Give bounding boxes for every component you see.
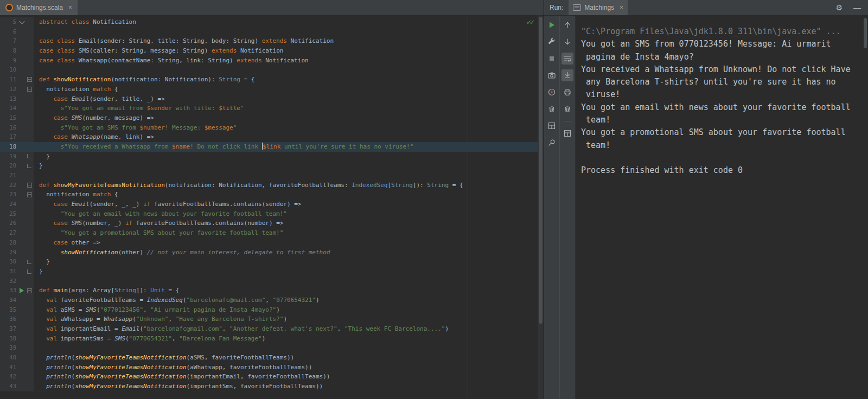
code-line-43[interactable]: 43 println(showMyFavoriteTeamsNotificati… — [0, 382, 544, 391]
restore-layout-button[interactable] — [546, 120, 558, 132]
close-icon[interactable]: × — [68, 4, 72, 11]
code-line-20[interactable]: 20} — [0, 161, 544, 171]
next-occurrence-button[interactable] — [561, 36, 573, 48]
implemented-gutter-icon[interactable] — [17, 21, 26, 23]
rerun-button[interactable] — [546, 19, 558, 31]
code-text: println(showMyFavoriteTeamsNotification(… — [34, 363, 312, 372]
stop-button[interactable] — [546, 53, 558, 65]
code-line-14[interactable]: 14 s"You got an email from $sender with … — [0, 104, 544, 113]
clear-all-button[interactable] — [561, 103, 573, 115]
gc-button[interactable] — [546, 103, 558, 115]
gear-icon[interactable]: ⚙ — [833, 3, 845, 12]
code-line-41[interactable]: 41 println(showMyFavoriteTeamsNotificati… — [0, 363, 544, 372]
fold-marker[interactable] — [27, 77, 32, 82]
scroll-to-end-button[interactable] — [561, 69, 573, 81]
run-gutter-icon[interactable] — [17, 288, 26, 293]
gutter: 20 — [0, 161, 34, 171]
inspections-status-icon[interactable]: ✓✓ — [526, 18, 533, 26]
code-line-27[interactable]: 27 "You got a promotional SMS about your… — [0, 228, 544, 238]
code-line-11[interactable]: 11def showNotification(notification: Not… — [0, 75, 544, 85]
toolbar-divider — [563, 121, 572, 121]
code-line-26[interactable]: 26 case SMS(number, _) if favoriteFootba… — [0, 218, 544, 228]
line-number: 7 — [0, 36, 17, 46]
code-line-17[interactable]: 17 case Whatsapp(name, link) => — [0, 132, 544, 142]
code-text: s"You got an SMS from $number! Message: … — [34, 123, 237, 133]
prev-occurrence-button[interactable] — [561, 19, 573, 31]
code-text: case other => — [34, 238, 100, 248]
code-line-23[interactable]: 23 notification match { — [0, 190, 544, 200]
gutter: 33 — [0, 286, 34, 295]
code-line-40[interactable]: 40 println(showMyFavoriteTeamsNotificati… — [0, 353, 544, 363]
code-line-13[interactable]: 13 case Email(sender, title, _) => — [0, 94, 544, 104]
editor-scrollbar-thumb[interactable] — [539, 17, 542, 324]
code-line-24[interactable]: 24 case Email(sender, _, _) if favoriteF… — [0, 200, 544, 209]
fold-marker[interactable] — [27, 260, 31, 264]
code-line-39[interactable]: 39 — [0, 343, 544, 353]
code-line-36[interactable]: 36 val aWhatsapp = Whatsapp("Unknown", "… — [0, 314, 544, 324]
modify-run-configuration-button[interactable] — [546, 36, 558, 48]
code-line-12[interactable]: 12 notification match { — [0, 85, 544, 94]
console-icon — [573, 4, 581, 11]
code-line-32[interactable]: 32 — [0, 276, 544, 286]
scala-file-icon — [5, 4, 13, 11]
run-tab-matchings[interactable]: Matchings × — [569, 0, 628, 15]
gutter: 26 — [0, 218, 34, 228]
code-text: } — [34, 257, 50, 267]
line-number: 19 — [0, 152, 17, 162]
run-tab-label: Matchings — [584, 4, 614, 11]
line-number: 18 — [0, 142, 17, 152]
code-line-42[interactable]: 42 println(showMyFavoriteTeamsNotificati… — [0, 372, 544, 382]
code-line-25[interactable]: 25 "You got an email with news about you… — [0, 209, 544, 219]
code-line-28[interactable]: 28 case other => — [0, 238, 544, 248]
fold-marker[interactable] — [27, 192, 32, 197]
close-icon[interactable]: × — [620, 4, 623, 11]
code-line-5[interactable]: 5abstract class Notification — [0, 17, 544, 27]
pin-tab-button[interactable] — [546, 137, 558, 149]
console-scrollbar-thumb[interactable] — [864, 18, 867, 48]
code-line-29[interactable]: 29 showNotification(other) // not your m… — [0, 248, 544, 258]
code-line-18[interactable]: 18 s"You received a Whatsapp from $name!… — [0, 142, 544, 152]
code-line-38[interactable]: 38 val importantSms = SMS("0770654321", … — [0, 334, 544, 344]
code-line-19[interactable]: 19 } — [0, 152, 544, 162]
code-text — [34, 171, 39, 181]
run-console[interactable]: "C:\Program Files\Java\jdk1.8.0_311\bin\… — [575, 16, 868, 399]
gutter: 24 — [0, 200, 34, 209]
fold-marker[interactable] — [27, 288, 32, 293]
code-line-34[interactable]: 34 val favoriteFootballTeams = IndexedSe… — [0, 295, 544, 305]
code-line-16[interactable]: 16 s"You got an SMS from $number! Messag… — [0, 123, 544, 133]
code-line-35[interactable]: 35 val aSMS = SMS("0770123456", "Ai urma… — [0, 305, 544, 315]
code-text: val favoriteFootballTeams = IndexedSeq("… — [34, 295, 320, 305]
code-line-37[interactable]: 37 val importantEmail = Email("barcelona… — [0, 324, 544, 334]
line-number: 26 — [0, 218, 17, 228]
code-text: case class Whatsapp(contactName: String,… — [34, 56, 309, 66]
code-line-6[interactable]: 6 — [0, 27, 544, 37]
code-line-30[interactable]: 30 } — [0, 257, 544, 267]
code-editor[interactable]: 5abstract class Notification67case class… — [0, 16, 544, 399]
code-line-9[interactable]: 9case class Whatsapp(contactName: String… — [0, 56, 544, 66]
code-text: println(showMyFavoriteTeamsNotification(… — [34, 353, 294, 363]
soft-wrap-button[interactable] — [561, 53, 573, 65]
code-line-7[interactable]: 7case class Email(sender: String, title:… — [0, 36, 544, 46]
code-line-22[interactable]: 22def showMyFavoriteTeamsNotification(no… — [0, 181, 544, 190]
fold-marker[interactable] — [27, 269, 31, 274]
code-text: val aSMS = SMS("0770123456", "Ai urmarit… — [34, 305, 280, 315]
fold-marker[interactable] — [27, 183, 32, 188]
print-button[interactable] — [561, 86, 573, 98]
dump-threads-button[interactable] — [546, 69, 558, 81]
fold-marker[interactable] — [27, 164, 31, 168]
fold-marker[interactable] — [27, 87, 32, 92]
code-line-33[interactable]: 33def main(args: Array[String]): Unit = … — [0, 286, 544, 295]
code-line-15[interactable]: 15 case SMS(number, message) => — [0, 113, 544, 123]
code-line-8[interactable]: 8case class SMS(caller: String, message:… — [0, 46, 544, 56]
layout-settings-button[interactable] — [561, 127, 573, 139]
code-line-10[interactable]: 10 — [0, 65, 544, 75]
code-line-31[interactable]: 31} — [0, 267, 544, 276]
coverage-button[interactable] — [546, 86, 558, 98]
fold-marker[interactable] — [27, 154, 31, 158]
line-number: 27 — [0, 228, 17, 238]
editor-scrollbar[interactable] — [538, 16, 544, 399]
code-line-21[interactable]: 21 — [0, 171, 544, 181]
line-number: 11 — [0, 75, 17, 85]
hide-tool-window-icon[interactable]: — — [851, 3, 864, 12]
editor-tab-matchings[interactable]: Matchings.scala × — [0, 0, 78, 15]
